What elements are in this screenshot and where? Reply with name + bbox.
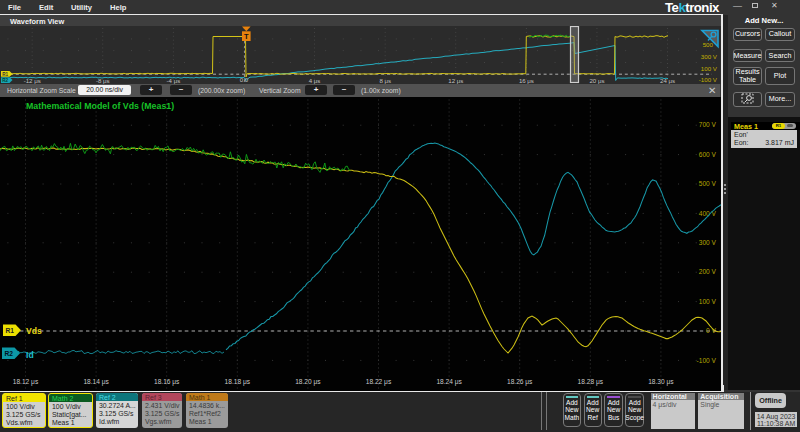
svg-text:-100 V: -100 V [697, 357, 717, 364]
svg-text:R2: R2 [5, 350, 14, 357]
svg-text:Vds: Vds [26, 326, 42, 336]
svg-text:18.22 μs: 18.22 μs [366, 378, 392, 386]
svg-text:T: T [244, 32, 249, 41]
svg-text:18.18 μs: 18.18 μs [225, 378, 251, 386]
svg-text:100 V: 100 V [701, 65, 718, 72]
svg-text:R1: R1 [6, 327, 15, 334]
svg-text:18.24 μs: 18.24 μs [436, 378, 462, 386]
svg-text:18.12 μs: 18.12 μs [13, 378, 39, 386]
svg-text:R1: R1 [2, 72, 8, 77]
svg-text:500 V: 500 V [699, 180, 717, 187]
svg-text:Id: Id [26, 350, 34, 360]
svg-text:Mathematical Model of Vds (Mea: Mathematical Model of Vds (Meas1) [26, 101, 174, 111]
svg-text:600 V: 600 V [699, 151, 717, 158]
svg-text:18.14 μs: 18.14 μs [83, 378, 109, 386]
svg-text:300 V: 300 V [699, 239, 717, 246]
svg-text:300 V: 300 V [701, 53, 718, 60]
svg-text:18.30 μs: 18.30 μs [648, 378, 674, 386]
svg-text:-100 V: -100 V [699, 76, 718, 83]
svg-text:18.26 μs: 18.26 μs [507, 378, 533, 386]
svg-text:500: 500 [703, 41, 714, 48]
svg-text:200 V: 200 V [699, 268, 717, 275]
svg-text:18.28 μs: 18.28 μs [578, 378, 604, 386]
svg-text:700 V: 700 V [699, 121, 717, 128]
svg-text:18.20 μs: 18.20 μs [295, 378, 321, 386]
svg-text:18.16 μs: 18.16 μs [154, 378, 180, 386]
svg-text:100 V: 100 V [699, 298, 717, 305]
